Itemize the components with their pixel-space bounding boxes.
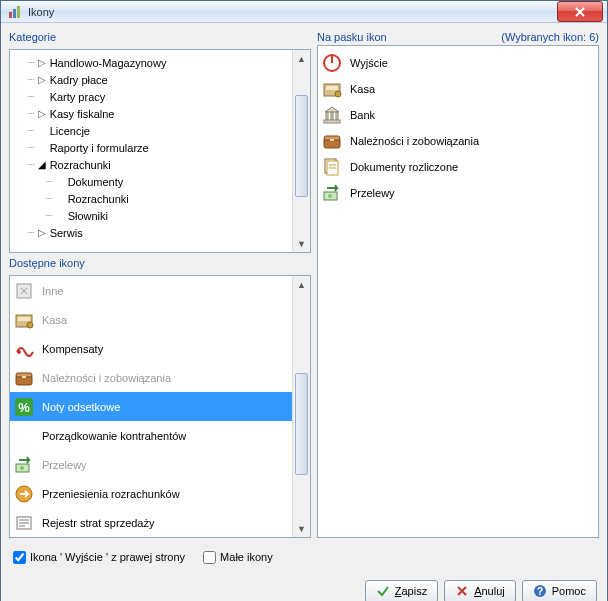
available-item[interactable]: Kasa [10, 305, 293, 334]
exit-right-checkbox[interactable]: Ikona ' Wyjście ' z prawej strony [13, 551, 185, 564]
tree-item-label: Licencje [50, 125, 90, 137]
tree-item[interactable]: ┈▷Słowniki [14, 207, 293, 224]
svg-point-24 [335, 91, 341, 97]
expand-icon[interactable]: ▷ [37, 108, 48, 119]
list-item-label: Wyjście [350, 57, 388, 69]
list-item-label: Kompensaty [42, 343, 103, 355]
titlebar[interactable]: Ikony [1, 1, 607, 23]
expand-icon[interactable]: ▷ [37, 74, 48, 85]
selected-item[interactable]: Dokumenty rozliczone [320, 154, 596, 180]
available-item[interactable]: Przeniesienia rozrachunków [10, 479, 293, 508]
available-item[interactable]: Należności i zobowiązania [10, 363, 293, 392]
window-title: Ikony [28, 6, 557, 18]
available-item[interactable]: Inne [10, 276, 293, 305]
available-scrollbar[interactable]: ▲ ▼ [292, 276, 310, 537]
list-item-label: Dokumenty rozliczone [350, 161, 458, 173]
help-button[interactable]: ? Pomoc [522, 580, 597, 602]
tree-item-label: Kasy fiskalne [50, 108, 115, 120]
checkbox-label: Małe ikony [220, 551, 273, 563]
svg-text:?: ? [537, 586, 543, 597]
selected-item[interactable]: Należności i zobowiązania [320, 128, 596, 154]
svg-text:%: % [18, 400, 30, 415]
tree-item-label: Rozrachunki [50, 159, 111, 171]
docs-icon [320, 155, 344, 179]
list-item-label: Kasa [350, 83, 375, 95]
selected-item[interactable]: Wyjście [320, 50, 596, 76]
tree-item-label: Słowniki [68, 210, 108, 222]
list-item-label: Bank [350, 109, 375, 121]
scroll-down-icon[interactable]: ▼ [293, 520, 310, 537]
list-item-label: Porządkowanie kontrahentów [42, 430, 186, 442]
list-item-label: Przelewy [42, 459, 87, 471]
app-icon [7, 4, 23, 20]
checkbox-input[interactable] [203, 551, 216, 564]
tree-item-label: Rozrachunki [68, 193, 129, 205]
move-icon [12, 482, 36, 506]
button-label: Pomoc [552, 585, 586, 597]
categories-panel: ┈▷Handlowo-Magazynowy┈▷Kadry płace┈▷Kart… [9, 49, 311, 253]
small-icons-checkbox[interactable]: Małe ikony [203, 551, 273, 564]
svg-rect-23 [326, 86, 338, 90]
selected-item[interactable]: Kasa [320, 76, 596, 102]
cancel-button[interactable]: Anuluj [444, 580, 516, 602]
categories-scrollbar[interactable]: ▲ ▼ [292, 50, 310, 252]
tree-item[interactable]: ┈◢Rozrachunki [14, 156, 293, 173]
expand-icon[interactable]: ▷ [37, 227, 48, 238]
checkbox-input[interactable] [13, 551, 26, 564]
close-button[interactable] [557, 1, 603, 22]
collapse-icon[interactable]: ◢ [37, 159, 48, 170]
svg-point-37 [328, 194, 332, 198]
tree-item[interactable]: ┈▷Kadry płace [14, 71, 293, 88]
selected-item[interactable]: Przelewy [320, 180, 596, 206]
available-item[interactable]: Kompensaty [10, 334, 293, 363]
tree-item-label: Raporty i formularze [50, 142, 149, 154]
list-item-label: Noty odsetkowe [42, 401, 120, 413]
register-icon [12, 511, 36, 535]
scroll-up-icon[interactable]: ▲ [293, 50, 310, 67]
tree-item-label: Dokumenty [68, 176, 124, 188]
available-item[interactable]: Porządkowanie kontrahentów [10, 421, 293, 450]
tree-item[interactable]: ┈▷Licencje [14, 122, 293, 139]
svg-rect-5 [18, 317, 30, 321]
receivables-icon [320, 129, 344, 153]
misc-icon [12, 279, 36, 303]
tree-item[interactable]: ┈▷Kasy fiskalne [14, 105, 293, 122]
cash-icon [12, 308, 36, 332]
svg-rect-0 [9, 12, 12, 18]
power-icon [320, 51, 344, 75]
dialog-body: Kategorie ┈▷Handlowo-Magazynowy┈▷Kadry p… [1, 23, 607, 601]
selected-count: (Wybranych ikon: 6) [501, 31, 599, 43]
available-item[interactable]: Rejestr strat sprzedaży [10, 508, 293, 537]
transfer-icon [12, 453, 36, 477]
list-item-label: Należności i zobowiązania [350, 135, 479, 147]
svg-rect-25 [326, 112, 328, 120]
expand-icon[interactable]: ▷ [37, 57, 48, 68]
tree-item[interactable]: ┈▷Karty pracy [14, 88, 293, 105]
tree-item[interactable]: ┈▷Serwis [14, 224, 293, 241]
selected-panel: WyjścieKasaBankNależności i zobowiązania… [317, 45, 599, 538]
cancel-icon [455, 584, 469, 598]
tree-item[interactable]: ┈▷Raporty i formularze [14, 139, 293, 156]
svg-point-14 [20, 466, 24, 470]
none-icon [12, 424, 36, 448]
available-item[interactable]: Przelewy [10, 450, 293, 479]
list-item-label: Przelewy [350, 187, 395, 199]
scroll-up-icon[interactable]: ▲ [293, 276, 310, 293]
svg-rect-1 [13, 9, 16, 18]
list-item-label: Należności i zobowiązania [42, 372, 171, 384]
available-item[interactable]: %Noty odsetkowe [10, 392, 293, 421]
percent-icon: % [12, 395, 36, 419]
scroll-down-icon[interactable]: ▼ [293, 235, 310, 252]
scrollbar-thumb[interactable] [295, 95, 308, 197]
categories-label: Kategorie [9, 31, 311, 43]
save-button[interactable]: Zapisz [365, 580, 438, 602]
selected-item[interactable]: Bank [320, 102, 596, 128]
tree-item[interactable]: ┈▷Dokumenty [14, 173, 293, 190]
tree-item[interactable]: ┈▷Handlowo-Magazynowy [14, 54, 293, 71]
tree-item[interactable]: ┈▷Rozrachunki [14, 190, 293, 207]
tree-item-label: Karty pracy [50, 91, 106, 103]
available-label: Dostępne ikony [9, 257, 311, 269]
scrollbar-thumb[interactable] [295, 373, 308, 475]
close-icon [575, 7, 585, 17]
svg-point-6 [27, 322, 33, 328]
